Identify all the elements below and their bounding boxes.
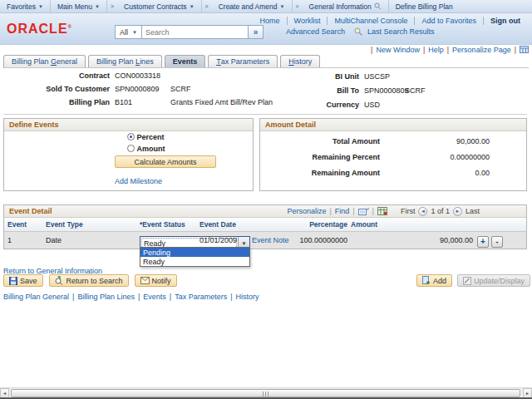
calculate-amounts-button[interactable]: Calculate Amounts <box>115 155 216 168</box>
lookup-icon <box>374 2 382 10</box>
breadcrumb-label: Define Billing Plan <box>396 2 453 11</box>
pagination-counter: 1 of 1 <box>431 207 450 215</box>
last-search-results-link[interactable]: Last Search Results <box>367 27 435 36</box>
update-display-icon <box>463 277 471 285</box>
add-row-button[interactable]: + <box>477 236 489 248</box>
col-amount: Amount <box>351 220 377 229</box>
return-to-search-button[interactable]: Return to Search <box>49 274 129 287</box>
footer-links: Billing Plan General | Billing Plan Line… <box>3 293 259 301</box>
percent-radio[interactable]: Percent <box>127 133 165 141</box>
pagination-first[interactable]: First <box>401 207 416 215</box>
tab-billing-plan-general[interactable]: Billing Plan General <box>3 55 86 67</box>
footer-link-billing-plan-general[interactable]: Billing Plan General <box>3 293 69 301</box>
grid-column-headers: Event Event Type *Event Status Event Dat… <box>4 218 526 232</box>
header-link-multichannel-console[interactable]: MultiChannel Console <box>327 17 414 25</box>
pagebar: | New Window | Help | Personalize Page | <box>371 44 529 55</box>
header-link-home[interactable]: Home <box>254 17 287 25</box>
next-page-icon[interactable]: ► <box>453 207 462 216</box>
tab-tax-parameters[interactable]: Tax Parameters <box>208 55 278 67</box>
personalize-link[interactable]: Personalize <box>287 207 326 215</box>
cell-percentage: 100.00000000 <box>278 236 347 244</box>
notify-button-label: Notify <box>152 277 171 285</box>
radio-selected-icon <box>127 133 135 140</box>
search-submit-button[interactable]: » <box>249 25 264 39</box>
bi-unit-label: BI Unit <box>274 72 359 81</box>
pagination-last[interactable]: Last <box>466 207 480 215</box>
breadcrumb-customer-contracts[interactable]: Customer Contracts▼ <box>117 0 202 12</box>
event-detail-grid: Event Detail Personalize | Find | | Firs… <box>3 204 527 249</box>
breadcrumb-general-information[interactable]: General Information <box>303 0 389 12</box>
radio-unselected-icon <box>127 145 135 152</box>
cell-event-type: Date <box>46 236 62 244</box>
toolbar-right: Add Update/Display <box>416 274 530 287</box>
search-input[interactable] <box>142 25 249 39</box>
billing-plan-value: B101 <box>115 98 132 106</box>
breadcrumb-create-and-amend[interactable]: Create and Amend▼ <box>212 0 293 12</box>
sign-out-link[interactable]: Sign out <box>483 17 527 25</box>
tab-billing-plan-lines[interactable]: Billing Plan Lines <box>88 55 162 67</box>
contract-value: CON0003318 <box>115 71 160 80</box>
breadcrumb-favorites[interactable]: Favorites▼ <box>0 0 51 12</box>
tab-events[interactable]: Events <box>165 55 206 67</box>
add-page-icon <box>422 276 431 285</box>
search-sub-links: Advanced Search Last Search Results <box>286 27 435 36</box>
horizontal-scrollbar[interactable]: ◄ ► <box>0 387 532 397</box>
notify-button[interactable]: Notify <box>135 274 177 287</box>
notify-envelope-icon <box>140 277 150 284</box>
advanced-search-link[interactable]: Advanced Search <box>286 27 345 36</box>
table-row: 1 Date Ready ▼ 01/01/2009 Event Note 100… <box>4 232 526 249</box>
search-scope-select[interactable]: All▼ <box>115 25 142 39</box>
update-display-button: Update/Display <box>457 274 530 287</box>
view-all-icon[interactable] <box>358 207 369 215</box>
tab-history[interactable]: History <box>280 55 320 67</box>
sold-to-customer-label: Sold To Customer <box>0 85 110 93</box>
breadcrumb-label: Main Menu <box>57 2 92 11</box>
amount-radio-label: Amount <box>137 145 165 153</box>
header-links: Home Worklist MultiChannel Console Add t… <box>254 17 527 25</box>
footer-link-tax-parameters[interactable]: Tax Parameters <box>175 293 227 301</box>
sold-to-customer-name: SCRF <box>170 85 191 93</box>
contract-label: Contract <box>0 71 110 80</box>
col-event-type: Event Type <box>46 220 83 229</box>
personalize-page-link[interactable]: Personalize Page <box>452 46 511 54</box>
remove-row-button[interactable]: - <box>491 236 503 248</box>
chevron-down-icon: ▼ <box>280 4 285 9</box>
total-amount-label: Total Amount <box>260 137 380 145</box>
cell-event: 1 <box>7 236 12 244</box>
last-search-results-icon <box>354 27 363 36</box>
billing-plan-description: Grants Fixed Amt Bill/Rev Plan <box>170 98 273 106</box>
new-window-link[interactable]: New Window <box>376 46 420 54</box>
save-button-label: Save <box>20 277 37 285</box>
footer-link-events[interactable]: Events <box>143 293 166 301</box>
add-milestone-link[interactable]: Add Milestone <box>115 177 162 185</box>
dropdown-option-pending[interactable]: Pending <box>140 248 249 257</box>
amount-radio[interactable]: Amount <box>127 145 165 153</box>
previous-page-icon[interactable]: ◄ <box>418 207 427 216</box>
header-link-add-to-favorites[interactable]: Add to Favorites <box>414 17 483 25</box>
pagebar-separator: | <box>371 46 372 54</box>
breadcrumb-main-menu[interactable]: Main Menu▼ <box>51 0 107 12</box>
add-button[interactable]: Add <box>416 274 452 287</box>
chevron-down-icon: ▼ <box>190 4 195 9</box>
dropdown-option-ready[interactable]: Ready <box>140 257 249 266</box>
download-grid-icon[interactable] <box>377 207 387 215</box>
remaining-amount-label: Remaining Amount <box>260 169 380 177</box>
return-to-search-icon <box>55 276 64 285</box>
breadcrumb-label: Create and Amend <box>219 2 278 11</box>
toolbar-separator: | <box>372 207 374 215</box>
remaining-percent-label: Remaining Percent <box>260 153 380 161</box>
footer-separator: | <box>138 293 140 301</box>
scrollbar-thumb[interactable] <box>11 389 520 397</box>
footer-link-billing-plan-lines[interactable]: Billing Plan Lines <box>77 293 135 301</box>
grid-pagination: First ◄ 1 of 1 ► Last <box>401 207 480 216</box>
footer-link-history[interactable]: History <box>236 293 259 301</box>
header-link-worklist[interactable]: Worklist <box>287 17 328 25</box>
event-detail-title: Event Detail <box>9 207 52 215</box>
bi-unit-value: USCSP <box>364 72 390 81</box>
return-to-search-button-label: Return to Search <box>66 277 123 285</box>
find-link[interactable]: Find <box>335 207 350 215</box>
save-button[interactable]: Save <box>3 274 43 287</box>
http-grid-icon[interactable] <box>520 46 529 53</box>
breadcrumb-label: Customer Contracts <box>124 2 187 11</box>
help-link[interactable]: Help <box>428 46 444 54</box>
